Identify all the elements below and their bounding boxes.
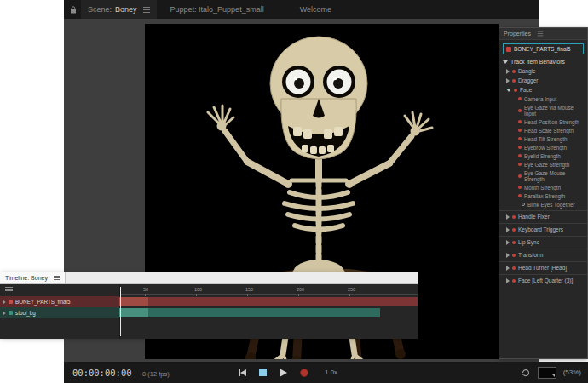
track-row-stool-bg[interactable]: stool_bg (0, 307, 418, 318)
param-dot-icon (518, 174, 522, 178)
param-dot-icon (518, 194, 522, 197)
chevron-right-icon[interactable] (506, 214, 510, 220)
track-label[interactable]: BONEY_PARTS_final5 (0, 296, 119, 307)
track-row-boney-parts[interactable]: BONEY_PARTS_final5 (0, 296, 418, 307)
behavior-row-face[interactable]: Face (499, 85, 587, 94)
behavior-dot-icon (512, 241, 516, 244)
track-clip-bar[interactable] (119, 308, 380, 317)
face-param-eye-gaze-via-mouse[interactable]: Eye Gaze via Mouse Input (499, 103, 587, 117)
tab-scene[interactable]: Scene: Boney (81, 0, 157, 19)
param-dot-icon (518, 137, 522, 140)
face-param-head-tilt[interactable]: Head Tilt Strength (499, 134, 587, 143)
chevron-right-icon[interactable] (506, 69, 510, 74)
timeline-ruler[interactable] (119, 294, 418, 295)
chevron-right-icon[interactable] (3, 300, 5, 304)
timeline-header: Timeline: Boney (0, 272, 418, 284)
lock-icon[interactable] (70, 6, 77, 14)
playhead[interactable] (120, 287, 121, 336)
timeline-panel: Timeline: Boney 50 100 150 200 250 BONEY… (0, 272, 418, 338)
face-param-eye-gaze-mouse[interactable]: Eye Gaze Mouse Strength (499, 169, 587, 183)
layers-icon[interactable] (5, 287, 13, 294)
play-button[interactable] (280, 369, 287, 377)
prev-triangle-icon (240, 369, 246, 376)
chevron-right-icon[interactable] (506, 240, 510, 245)
ruler-mark: 100 (194, 287, 202, 292)
previous-frame-button[interactable] (239, 369, 246, 376)
playback-speed[interactable]: 1.0x (325, 369, 337, 376)
chevron-right-icon[interactable] (506, 227, 510, 232)
puppet-icon (506, 47, 511, 52)
skull (270, 37, 367, 159)
param-dot-icon (518, 97, 522, 100)
playback-controls: 1.0x (239, 362, 337, 383)
behavior-row-dragger[interactable]: Dragger (499, 76, 587, 85)
face-param-eyelid[interactable]: Eyelid Strength (499, 151, 587, 160)
behavior-dot-icon (512, 279, 516, 283)
behavior-row-face-left-quarter[interactable]: Face [Left Quarter (3)] (499, 274, 587, 285)
face-toggle-blink-eyes-together[interactable]: Blink Eyes Together (499, 200, 587, 209)
param-label: Camera Input (524, 96, 556, 102)
properties-header: Properties (499, 28, 587, 40)
tab-welcome[interactable]: Welcome (300, 5, 331, 14)
stop-button[interactable] (259, 369, 267, 376)
behavior-dot-icon (514, 89, 517, 92)
param-dot-icon (518, 120, 522, 123)
menu-icon[interactable] (143, 9, 150, 10)
chevron-right-icon[interactable] (3, 311, 5, 315)
face-param-parallax[interactable]: Parallax Strength (499, 192, 587, 200)
clip-highlight-segment (119, 308, 148, 317)
behavior-label: Transform (518, 252, 543, 258)
behavior-label: Face [Left Quarter (3)] (518, 277, 573, 283)
background-color-swatch[interactable] (538, 367, 556, 379)
zoom-level[interactable]: (53%) (563, 369, 581, 376)
record-button[interactable] (300, 369, 308, 377)
param-label: Eyelid Strength (524, 153, 561, 159)
behavior-row-lip-sync[interactable]: Lip Sync (499, 236, 587, 247)
param-dot-icon (518, 109, 522, 112)
face-param-mouth[interactable]: Mouth Strength (499, 183, 587, 192)
param-label: Parallax Strength (524, 193, 565, 199)
chevron-right-icon[interactable] (506, 78, 510, 83)
timecode: 00:00:00:00 (72, 368, 132, 378)
properties-panel: Properties BONEY_PARTS_final5 Track Item… (499, 27, 588, 359)
toggle-label: Blink Eyes Together (527, 202, 575, 208)
behavior-row-dangle[interactable]: Dangle (499, 66, 587, 76)
clip-highlight-segment (119, 297, 148, 306)
behavior-dot-icon (512, 254, 516, 257)
toggle-circle-icon[interactable] (522, 203, 525, 206)
param-label: Eye Gaze via Mouse Input (524, 105, 585, 117)
timeline-menu-icon[interactable] (54, 277, 60, 278)
face-param-eye-gaze[interactable]: Eye Gaze Strength (499, 160, 587, 169)
behavior-row-keyboard-triggers[interactable]: Keyboard Triggers (499, 223, 587, 234)
param-label: Head Position Strength (524, 119, 579, 125)
chevron-right-icon[interactable] (506, 266, 510, 271)
behavior-label: Dragger (518, 77, 538, 83)
section-title: Track Item Behaviors (510, 59, 565, 65)
chevron-down-icon[interactable] (506, 89, 511, 92)
param-label: Eyebrow Strength (524, 145, 567, 151)
section-track-item-behaviors[interactable]: Track Item Behaviors (499, 57, 587, 66)
chevron-down-icon[interactable] (503, 60, 508, 64)
face-param-eyebrow[interactable]: Eyebrow Strength (499, 143, 587, 151)
param-dot-icon (518, 154, 522, 157)
ruler-mark: 200 (297, 287, 304, 292)
frame-info: 0 (12 fps) (142, 370, 170, 378)
behavior-row-transform[interactable]: Transform (499, 249, 587, 260)
chevron-right-icon[interactable] (506, 278, 510, 283)
swatch-caret-icon (552, 374, 555, 377)
panel-menu-icon[interactable] (538, 33, 543, 34)
refresh-icon[interactable] (521, 368, 531, 378)
face-param-head-scale[interactable]: Head Scale Strength (499, 126, 587, 134)
selected-puppet-row[interactable]: BONEY_PARTS_final5 (503, 43, 584, 54)
param-dot-icon (518, 163, 522, 166)
tab-puppet[interactable]: Puppet: Italo_Puppet_small (170, 5, 264, 14)
track-label[interactable]: stool_bg (0, 307, 119, 318)
behavior-row-head-turner[interactable]: Head Turner [Head] (499, 261, 587, 272)
face-param-camera-input[interactable]: Camera Input (499, 94, 587, 103)
transport-right-group: (53%) (521, 362, 581, 383)
timeline-tab[interactable]: Timeline: Boney (0, 272, 66, 283)
chevron-right-icon[interactable] (506, 253, 510, 258)
behavior-row-handle-fixer[interactable]: Handle Fixer (499, 210, 587, 221)
track-clip-bar[interactable] (119, 297, 418, 306)
face-param-head-position[interactable]: Head Position Strength (499, 117, 587, 126)
